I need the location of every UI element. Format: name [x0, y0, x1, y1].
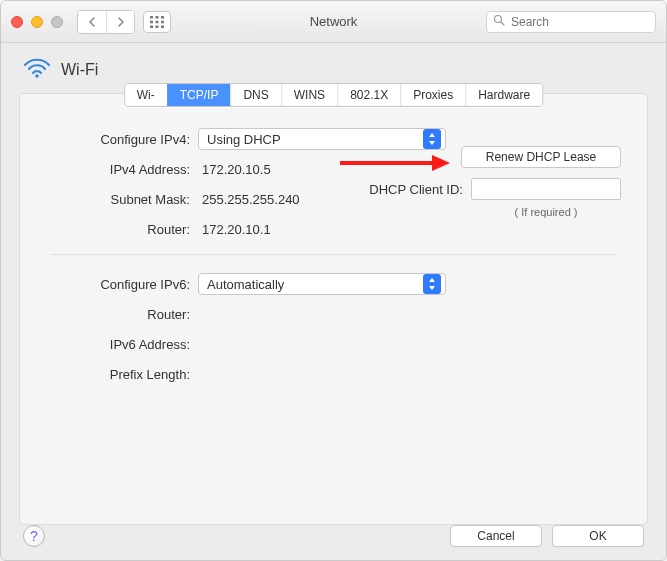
cancel-button[interactable]: Cancel — [450, 525, 542, 547]
forward-button[interactable] — [106, 11, 134, 33]
titlebar: Network — [1, 1, 666, 43]
configure-ipv4-value: Using DHCP — [207, 132, 281, 147]
svg-point-11 — [35, 74, 39, 78]
select-arrows-icon — [423, 274, 441, 294]
tab-dns[interactable]: DNS — [230, 84, 280, 106]
search-field[interactable] — [486, 11, 656, 33]
window-controls — [11, 16, 63, 28]
svg-rect-8 — [161, 25, 164, 28]
configure-ipv6-label: Configure IPv6: — [50, 277, 190, 292]
svg-rect-1 — [156, 16, 159, 19]
section-divider — [50, 254, 617, 255]
renew-dhcp-lease-button[interactable]: Renew DHCP Lease — [461, 146, 621, 168]
configure-ipv6-value: Automatically — [207, 277, 284, 292]
ipv4-address-label: IPv4 Address: — [50, 162, 190, 177]
minimize-icon[interactable] — [31, 16, 43, 28]
ipv6-address-label: IPv6 Address: — [50, 337, 190, 352]
dhcp-client-id-input[interactable] — [471, 178, 621, 200]
tab-8021x[interactable]: 802.1X — [337, 84, 400, 106]
svg-rect-3 — [150, 20, 153, 23]
tab-hardware[interactable]: Hardware — [465, 84, 542, 106]
svg-rect-6 — [150, 25, 153, 28]
dhcp-client-id-label: DHCP Client ID: — [369, 182, 463, 197]
tab-proxies[interactable]: Proxies — [400, 84, 465, 106]
tcpip-form: Configure IPv4: Using DHCP IPv4 Address:… — [20, 94, 647, 399]
preferences-window: Network Wi-Fi Wi-Fi TCP/IP — [0, 0, 667, 561]
show-all-button[interactable] — [143, 11, 171, 33]
close-icon[interactable] — [11, 16, 23, 28]
prefix-length-label: Prefix Length: — [50, 367, 190, 382]
configure-ipv4-label: Configure IPv4: — [50, 132, 190, 147]
settings-panel: Wi-Fi TCP/IP DNS WINS 802.1X Proxies Har… — [19, 93, 648, 525]
configure-ipv4-select[interactable]: Using DHCP — [198, 128, 446, 150]
tab-tcpip[interactable]: TCP/IP — [167, 84, 231, 106]
ipv6-router-label: Router: — [50, 307, 190, 322]
ipv4-router-value: 172.20.10.1 — [198, 222, 458, 237]
interface-name: Wi-Fi — [61, 61, 98, 79]
tab-bar: Wi-Fi TCP/IP DNS WINS 802.1X Proxies Har… — [124, 83, 543, 107]
search-icon — [493, 14, 505, 29]
svg-rect-0 — [150, 16, 153, 19]
back-button[interactable] — [78, 11, 106, 33]
tab-wins[interactable]: WINS — [281, 84, 337, 106]
zoom-icon — [51, 16, 63, 28]
if-required-hint: ( If required ) — [471, 206, 621, 218]
svg-rect-7 — [156, 25, 159, 28]
svg-line-10 — [501, 22, 504, 25]
search-input[interactable] — [509, 14, 649, 30]
nav-back-forward — [77, 10, 135, 34]
svg-rect-5 — [161, 20, 164, 23]
tab-wifi[interactable]: Wi-Fi — [125, 84, 167, 106]
svg-rect-4 — [156, 20, 159, 23]
ok-button[interactable]: OK — [552, 525, 644, 547]
wifi-icon — [23, 57, 51, 83]
help-button[interactable]: ? — [23, 525, 45, 547]
subnet-mask-label: Subnet Mask: — [50, 192, 190, 207]
svg-point-9 — [495, 16, 502, 23]
dialog-footer: ? Cancel OK — [1, 512, 666, 560]
configure-ipv6-select[interactable]: Automatically — [198, 273, 446, 295]
ipv4-router-label: Router: — [50, 222, 190, 237]
ipv4-address-value: 172.20.10.5 — [198, 162, 458, 177]
svg-rect-2 — [161, 16, 164, 19]
dhcp-side-panel: Renew DHCP Lease DHCP Client ID: ( If re… — [431, 146, 621, 218]
